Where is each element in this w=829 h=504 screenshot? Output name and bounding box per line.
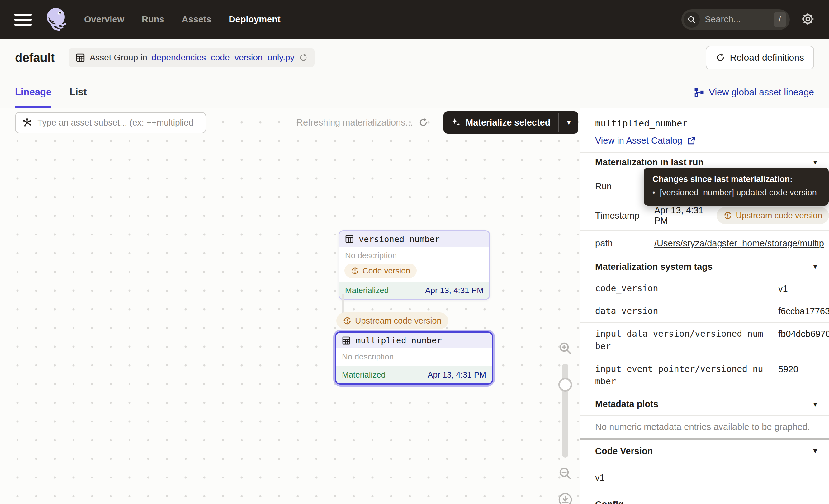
section-config[interactable]: Config — [580, 494, 829, 504]
asset-group-icon — [75, 52, 85, 63]
run-label: Run — [580, 172, 648, 201]
top-nav: Overview Runs Assets Deployment / — [0, 0, 829, 39]
zoom-controls — [554, 341, 577, 504]
asset-group-prefix: Asset Group in — [90, 52, 147, 63]
tag-row-code-version: code_version v1 — [580, 277, 829, 300]
asset-node-multiplied-number[interactable]: multiplied_number No description Materia… — [333, 330, 495, 387]
zoom-in-icon[interactable] — [558, 341, 572, 355]
section-divider — [580, 438, 829, 440]
materialized-status: Materialized — [342, 370, 386, 380]
asset-node-description: No description — [336, 348, 492, 366]
materialize-dropdown-caret[interactable]: ▾ — [559, 111, 578, 134]
path-row: path /Users/sryza/dagster_home/storage/m… — [580, 230, 829, 256]
search-input[interactable] — [705, 14, 773, 25]
refreshing-status: Refreshing materializations... — [296, 115, 428, 130]
section-materialization-system-tags[interactable]: Materialization system tags ▼ — [580, 256, 829, 277]
materialized-timestamp[interactable]: Apr 13, 4:31 PM — [428, 370, 486, 380]
upstream-code-version-badge: Upstream code version — [336, 313, 448, 329]
code-version-icon — [343, 317, 352, 325]
code-version-badge: Code version — [345, 263, 417, 278]
upstream-code-version-badge: Upstream code version — [717, 207, 829, 224]
materialize-selected-button[interactable]: Materialize selected ▾ — [443, 111, 578, 134]
table-icon — [341, 336, 351, 345]
timestamp-label: Timestamp — [580, 201, 648, 230]
tooltip-item: [versioned_number] updated code version — [659, 188, 817, 197]
lineage-canvas[interactable]: Refreshing materializations... Materiali… — [0, 108, 580, 504]
chevron-down-icon[interactable]: ▼ — [812, 401, 819, 408]
materialized-status: Materialized — [345, 286, 389, 295]
reload-definitions-label: Reload definitions — [730, 52, 804, 63]
nav-item-runs[interactable]: Runs — [142, 14, 165, 25]
bullet-icon: • — [652, 188, 655, 197]
page-title: default — [15, 51, 55, 65]
chevron-down-icon[interactable]: ▼ — [812, 447, 819, 455]
tab-bar: Lineage List View global asset lineage — [0, 76, 829, 108]
sidebar-asset-name: multiplied_number — [595, 118, 814, 129]
zoom-out-icon[interactable] — [558, 466, 572, 481]
tag-row-input-event-pointer: input_event_pointer/versioned_number 592… — [580, 358, 829, 393]
asset-subset-input[interactable] — [37, 118, 199, 128]
chevron-down-icon[interactable]: ▼ — [812, 158, 819, 166]
hamburger-menu-icon[interactable] — [14, 14, 32, 26]
path-label: path — [580, 230, 648, 256]
lineage-edge — [342, 294, 345, 314]
asset-node-versioned-number[interactable]: versioned_number No description Code ver… — [338, 230, 490, 300]
dagster-logo-icon[interactable] — [44, 5, 69, 34]
zoom-slider[interactable] — [562, 363, 568, 458]
refresh-icon[interactable] — [419, 118, 428, 127]
timestamp-value: Apr 13, 4:31 PM — [654, 205, 712, 226]
asset-subset-filter[interactable] — [15, 112, 206, 133]
search-icon — [684, 11, 700, 28]
tag-row-data-version: data_version f6ccba177638 — [580, 300, 829, 323]
zoom-slider-handle[interactable] — [558, 378, 572, 392]
asset-node-description: No description — [339, 247, 489, 260]
table-icon — [345, 234, 354, 244]
reload-icon — [716, 53, 725, 62]
asset-group-badge: Asset Group in dependencies_code_version… — [69, 48, 315, 67]
nav-item-overview[interactable]: Overview — [84, 14, 124, 25]
page-header: default Asset Group in dependencies_code… — [0, 39, 829, 76]
download-image-icon[interactable] — [557, 492, 573, 504]
external-link-icon — [687, 136, 696, 145]
dagster-app: Overview Runs Assets Deployment / defaul… — [0, 0, 829, 504]
selection-syntax-icon — [22, 117, 32, 128]
sparkle-icon — [451, 117, 461, 128]
path-link[interactable]: /Users/sryza/dagster_home/storage/multip — [654, 238, 824, 249]
global-lineage-label: View global asset lineage — [709, 87, 814, 98]
section-code-version[interactable]: Code Version ▼ — [580, 440, 829, 462]
section-metadata-plots[interactable]: Metadata plots ▼ — [580, 393, 829, 416]
asset-node-name: versioned_number — [359, 234, 440, 244]
chevron-down-icon[interactable]: ▼ — [812, 263, 819, 271]
refresh-icon[interactable] — [299, 53, 308, 62]
nav-item-deployment[interactable]: Deployment — [229, 14, 281, 25]
global-search[interactable]: / — [681, 9, 790, 30]
changes-tooltip: Changes since last materialization: • [v… — [644, 168, 829, 206]
reload-definitions-button[interactable]: Reload definitions — [706, 46, 814, 69]
materialized-timestamp[interactable]: Apr 13, 4:31 PM — [425, 286, 483, 295]
search-shortcut-key: / — [773, 12, 786, 27]
nav-items: Overview Runs Assets Deployment — [84, 14, 281, 25]
code-version-value: v1 — [580, 462, 829, 494]
view-global-asset-lineage-link[interactable]: View global asset lineage — [694, 87, 814, 98]
refreshing-label: Refreshing materializations... — [296, 117, 413, 128]
gear-icon[interactable] — [801, 12, 815, 27]
asset-node-name: multiplied_number — [356, 335, 442, 345]
asset-group-file-link[interactable]: dependencies_code_version_only.py — [152, 52, 295, 63]
tab-lineage[interactable]: Lineage — [15, 76, 51, 108]
asset-details-sidebar: multiplied_number View in Asset Catalog … — [580, 108, 829, 504]
lineage-graph-icon — [694, 87, 705, 98]
tag-row-input-data-version: input_data_version/versioned_number fb04… — [580, 323, 829, 358]
metadata-empty-message: No numeric metadata entries available to… — [580, 416, 829, 438]
tab-list[interactable]: List — [69, 76, 86, 108]
sidebar-header: multiplied_number View in Asset Catalog — [580, 108, 829, 153]
code-version-icon — [351, 267, 359, 275]
tooltip-title: Changes since last materialization: — [652, 174, 820, 184]
code-version-icon — [723, 211, 732, 220]
catalog-link-label: View in Asset Catalog — [595, 136, 682, 146]
nav-item-assets[interactable]: Assets — [182, 14, 211, 25]
view-in-asset-catalog-link[interactable]: View in Asset Catalog — [595, 136, 814, 146]
materialize-label: Materialize selected — [466, 117, 550, 128]
